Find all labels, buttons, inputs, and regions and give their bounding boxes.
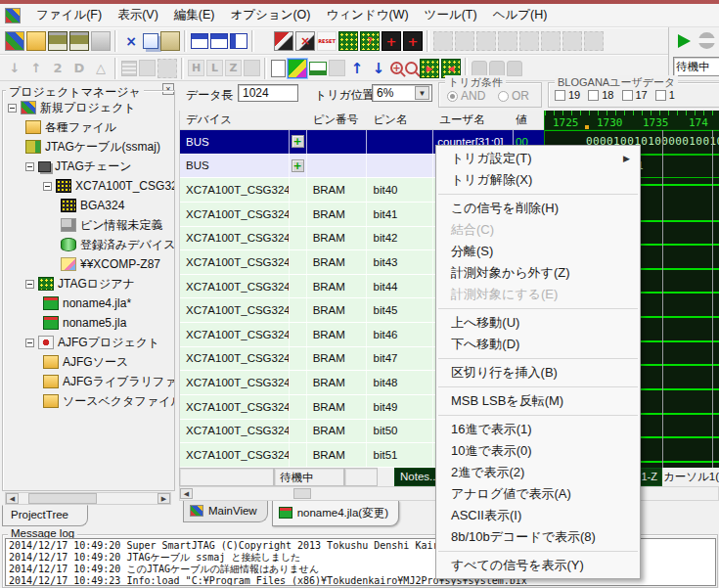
context-menu-item[interactable]: 2進で表示(2) ▶ — [436, 462, 640, 483]
column-header-user-name[interactable]: ユーザ名 — [433, 113, 514, 127]
program-button[interactable]: D — [69, 59, 89, 78]
column-header-pin-number[interactable]: ピン番号 — [307, 113, 368, 127]
device-socket-button[interactable] — [541, 31, 561, 51]
print-button[interactable] — [91, 31, 111, 51]
save-as-button[interactable] — [69, 31, 89, 51]
run-button[interactable] — [678, 34, 691, 48]
tree-item[interactable]: AJFGソース — [6, 352, 174, 372]
trigger-and-radio[interactable] — [447, 91, 458, 102]
context-menu-item[interactable]: アナログ値で表示(A) ▶ — [436, 483, 640, 505]
paste-button[interactable] — [160, 31, 180, 51]
tree-item[interactable]: BGA324 — [6, 196, 174, 215]
tree-item[interactable]: 新規プロジェクト — [6, 98, 174, 117]
reset-button[interactable]: RESET — [317, 31, 337, 51]
tab-main-view[interactable]: MainView — [183, 501, 268, 522]
expand-right-button[interactable]: ▶ — [420, 59, 439, 78]
data-length-input[interactable]: 1024 — [238, 84, 298, 102]
blank-button[interactable] — [329, 60, 345, 76]
tree-expander-icon[interactable] — [43, 182, 52, 191]
scroll-left-icon[interactable]: ◀ — [6, 493, 19, 504]
device-socket-button[interactable] — [433, 31, 453, 51]
tree-item[interactable]: noname5.jla — [6, 313, 174, 333]
trigger-position-select[interactable]: 6% ▼ — [372, 84, 432, 102]
context-menu-item[interactable]: 8b/10bデコードで表示(8) ▶ — [436, 526, 640, 548]
erase-button[interactable]: △ — [91, 59, 111, 78]
tree-item[interactable]: JTAGチェーン — [6, 157, 174, 176]
board-scan-button[interactable] — [338, 31, 358, 51]
context-menu-item[interactable]: 計測対象から外す(Z) ▶ — [436, 262, 640, 284]
tree-item[interactable]: AJFGプロジェクト — [6, 333, 174, 352]
tree-item[interactable]: AJFGライブラリファイル — [6, 372, 174, 391]
expand-bus-button[interactable]: + — [292, 135, 304, 148]
column-header-device[interactable]: デバイス — [180, 113, 307, 127]
add-device-list-button[interactable]: + — [403, 31, 423, 51]
tree-item[interactable]: ¥¥XCOMP-Z87 — [6, 254, 174, 274]
tree-item[interactable]: JTAGロジアナ — [6, 274, 174, 294]
context-menu-item[interactable]: この信号を削除(H) ▶ — [436, 198, 640, 219]
menubar-item[interactable]: ヘルプ(H) — [485, 5, 556, 24]
menubar-item[interactable]: ツール(T) — [417, 5, 485, 24]
tab-noname4-jla[interactable]: noname4.jla(変更) — [272, 501, 399, 526]
cut-button[interactable]: × — [121, 31, 141, 51]
device-info-button[interactable] — [157, 59, 177, 78]
tile-horizontal-button[interactable] — [210, 33, 228, 49]
context-menu-item[interactable]: トリガ解除(X) ▶ — [436, 169, 640, 191]
tile-vertical-button[interactable] — [230, 33, 247, 49]
tree-expander-icon[interactable] — [25, 162, 34, 171]
expand-bus-button[interactable]: + — [292, 159, 304, 172]
device-socket-button[interactable] — [562, 31, 582, 51]
checkbox-icon[interactable] — [588, 90, 599, 101]
open-button[interactable] — [26, 31, 46, 51]
stop-button[interactable] — [698, 32, 715, 49]
checkbox-icon[interactable] — [555, 90, 565, 101]
device-socket-button[interactable] — [476, 31, 496, 51]
read-device-button[interactable]: ↑ — [26, 59, 46, 78]
stamp-button[interactable] — [489, 61, 505, 76]
menubar-item[interactable]: オプション(O) — [222, 5, 318, 24]
blogana-checkbox-item[interactable]: 18 — [588, 89, 613, 101]
context-menu-item[interactable]: 計測対象にする(E) ▶ — [436, 284, 640, 305]
device-socket-button[interactable] — [498, 31, 517, 51]
new-waveform-button[interactable] — [271, 60, 286, 77]
connect-button[interactable] — [274, 31, 293, 51]
bram-view-button[interactable] — [288, 59, 307, 78]
tree-item[interactable]: XC7A100T_CSG324 — [6, 176, 174, 196]
tree-item[interactable]: ソースベクタファイル — [6, 391, 174, 411]
context-menu-item[interactable]: 下へ移動(D) ▶ — [436, 334, 640, 355]
set-hiz-button[interactable]: Z — [225, 60, 242, 76]
cascade-windows-button[interactable] — [191, 33, 208, 49]
context-menu-item[interactable]: 上へ移動(U) ▶ — [436, 312, 640, 334]
blogana-checkbox-item[interactable]: 17 — [622, 89, 648, 101]
write-device-button[interactable]: ↓ — [5, 59, 24, 78]
project-tree-hscrollbar[interactable]: ◀ ▶ — [5, 492, 171, 505]
checkbox-icon[interactable] — [655, 90, 666, 101]
context-menu-item[interactable]: ASCII表示(I) ▶ — [436, 505, 640, 526]
tree-expander-icon[interactable] — [8, 104, 17, 113]
tree-item[interactable]: JTAGケーブル(ssmaj) — [6, 137, 174, 157]
tree-item[interactable]: 登録済みデバイス — [6, 235, 174, 254]
context-menu-item[interactable]: 結合(C) ▶ — [436, 219, 640, 241]
new-project-button[interactable] — [5, 31, 24, 51]
chevron-down-icon[interactable]: ▼ — [415, 86, 429, 100]
waveform-cursor-line[interactable] — [712, 130, 713, 468]
stamp-button[interactable] — [507, 61, 522, 76]
zoom-in-button[interactable]: + — [390, 62, 403, 74]
menubar-item[interactable]: 編集(E) — [166, 5, 223, 24]
tree-expander-icon[interactable] — [25, 280, 34, 289]
pulse-view-button[interactable] — [309, 62, 327, 75]
waveform-cursor-line[interactable] — [662, 130, 663, 468]
tree-item[interactable]: ピン情報未定義 — [6, 215, 174, 235]
set-high-button[interactable]: H — [188, 60, 204, 76]
memo-button[interactable] — [139, 60, 156, 76]
list-view-button[interactable] — [121, 61, 137, 76]
menubar-item[interactable]: ウィンドウ(W) — [319, 5, 417, 24]
context-menu-item[interactable]: トリガ設定(T) ▶ — [436, 148, 640, 169]
context-menu-item[interactable]: MSB LSBを反転(M) ▶ — [436, 390, 640, 412]
context-menu-item[interactable]: 区切り行を挿入(B) ▶ — [436, 362, 640, 384]
context-menu-item[interactable]: 16進で表示(1) ▶ — [436, 419, 640, 440]
menubar-item[interactable]: ファイル(F) — [28, 5, 110, 24]
save-button[interactable] — [48, 31, 67, 51]
tree-item[interactable]: 各種ファイル — [6, 117, 174, 137]
context-menu-item[interactable]: 10進で表示(0) ▶ — [436, 440, 640, 462]
set-low-button[interactable]: L — [206, 60, 223, 76]
